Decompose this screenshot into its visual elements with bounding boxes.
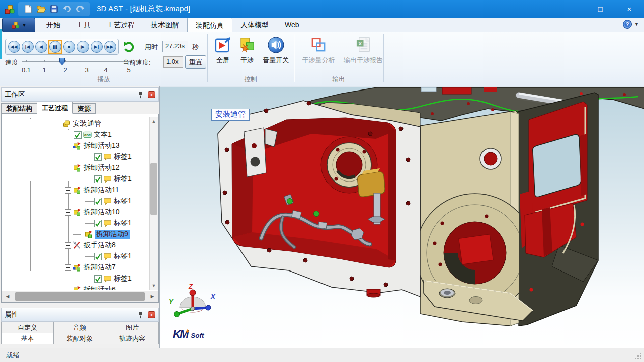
tree-item-label[interactable]: 标签1: [114, 274, 132, 283]
tree-item-label[interactable]: 标签1: [114, 174, 132, 184]
help-icon[interactable]: ?: [622, 19, 632, 29]
tree-row[interactable]: 拆卸活动6: [2, 284, 149, 290]
tree-row[interactable]: 扳手活动8: [2, 240, 149, 251]
step-back-button[interactable]: ◀: [34, 40, 48, 54]
ribbon-tab-开始[interactable]: 开始: [38, 18, 68, 32]
current-speed-field[interactable]: 1.0x: [163, 56, 183, 68]
rewind-button[interactable]: ◀◀: [7, 40, 21, 54]
skip-start-button[interactable]: |◀: [21, 40, 34, 54]
chevron-down-icon[interactable]: ▼: [634, 22, 639, 27]
properties-tab-基本[interactable]: 基本: [1, 333, 54, 344]
tree-row[interactable]: 安装通管: [2, 118, 149, 129]
tree-checkbox[interactable]: [94, 175, 102, 183]
tree-checkbox[interactable]: [94, 198, 102, 205]
ribbon-tab-人体模型[interactable]: 人体模型: [232, 18, 277, 32]
close-icon[interactable]: x: [148, 91, 155, 98]
maximize-button[interactable]: □: [586, 0, 615, 18]
ribbon-tab-工艺过程[interactable]: 工艺过程: [99, 18, 143, 32]
workspace-tab-资源[interactable]: 资源: [72, 103, 96, 114]
volume-toggle-button[interactable]: 音量开关: [259, 36, 293, 65]
tree-checkbox[interactable]: [94, 253, 102, 260]
properties-tab-音频[interactable]: 音频: [53, 322, 106, 333]
workspace-tab-工艺过程[interactable]: 工艺过程: [37, 102, 73, 114]
tree-item-label[interactable]: 标签1: [114, 197, 132, 206]
tree-item-label[interactable]: 扳手活动8: [84, 241, 116, 250]
properties-tab-图片[interactable]: 图片: [106, 322, 159, 333]
tree-expander[interactable]: [65, 242, 71, 249]
tree-row[interactable]: 标签1: [2, 251, 149, 262]
tree-vertical-scrollbar[interactable]: ▲ ▼: [149, 117, 158, 290]
tree-row[interactable]: 拆卸活动11: [2, 185, 149, 196]
redo-button[interactable]: [73, 3, 87, 15]
tree-item-label[interactable]: 拆卸活动13: [84, 141, 120, 150]
resize-grip[interactable]: [635, 353, 642, 360]
ribbon-tab-工具[interactable]: 工具: [68, 18, 99, 32]
tree-checkbox[interactable]: [94, 275, 102, 283]
slider-track[interactable]: [22, 61, 132, 62]
tree-row[interactable]: 拆卸活动10: [2, 207, 149, 218]
tree-expander[interactable]: [65, 143, 71, 149]
fast-forward-button[interactable]: ▶▶: [103, 40, 117, 54]
tree-expander[interactable]: [39, 121, 45, 127]
skip-end-button[interactable]: ▶|: [90, 40, 103, 54]
tree-checkbox[interactable]: [94, 153, 102, 161]
save-button[interactable]: [47, 3, 60, 15]
tree-item-label[interactable]: 文本1: [94, 130, 112, 139]
tree-item-label[interactable]: 拆卸活动6: [84, 285, 116, 290]
pause-button[interactable]: ▮▮: [48, 40, 62, 54]
stop-button[interactable]: ■: [62, 40, 76, 54]
viewport-3d[interactable]: 安装通管 Z X Y KMSoft: [160, 86, 644, 348]
tree-item-label[interactable]: 拆卸活动9: [95, 230, 130, 239]
undo-button[interactable]: [60, 3, 73, 15]
tree-item-label[interactable]: 拆卸活动7: [84, 263, 116, 272]
workspace-tab-装配结构[interactable]: 装配结构: [1, 103, 37, 114]
ribbon-tab-Web[interactable]: Web: [277, 18, 307, 32]
tree-item-label[interactable]: 拆卸活动11: [84, 186, 119, 195]
tree-expander[interactable]: [65, 209, 71, 216]
interference-report-button[interactable]: X输出干涉报告: [341, 36, 385, 65]
tree-horizontal-scrollbar[interactable]: ◄ ►: [2, 291, 158, 302]
interference-button[interactable]: 干涉: [235, 36, 259, 65]
tree-row[interactable]: 标签1: [2, 151, 149, 162]
tree-row[interactable]: 拆卸活动13: [2, 140, 149, 151]
tree-item-label[interactable]: 拆卸活动10: [84, 208, 120, 217]
properties-tab-自定义[interactable]: 自定义: [1, 322, 54, 333]
loop-button[interactable]: [122, 40, 135, 53]
tree-checkbox[interactable]: [94, 220, 102, 227]
minimize-button[interactable]: –: [556, 0, 586, 18]
tree-row[interactable]: 标签1: [2, 218, 149, 229]
play-button[interactable]: ▶: [76, 40, 90, 54]
new-file-button[interactable]: [21, 3, 34, 15]
tree-row[interactable]: 标签1: [2, 273, 149, 284]
close-button[interactable]: ×: [615, 0, 644, 18]
ribbon-tab-技术图解[interactable]: 技术图解: [143, 18, 187, 32]
properties-tab-装配对象[interactable]: 装配对象: [53, 333, 106, 344]
tree-item-label[interactable]: 安装通管: [73, 119, 101, 128]
open-file-button[interactable]: [34, 3, 47, 15]
app-menu-button[interactable]: ▼: [2, 18, 35, 32]
tree-item-label[interactable]: 标签1: [114, 152, 132, 161]
tree-expander[interactable]: [65, 187, 71, 194]
slider-thumb[interactable]: [59, 58, 65, 65]
app-icon[interactable]: [4, 4, 15, 15]
fullscreen-button[interactable]: 全屏: [211, 36, 234, 65]
elapsed-time-field[interactable]: 27.23s: [162, 41, 188, 52]
tree-checkbox[interactable]: [74, 131, 82, 139]
tree-item-label[interactable]: 标签1: [114, 252, 132, 261]
ribbon-tab-装配仿真[interactable]: 装配仿真: [187, 18, 232, 32]
tree-row[interactable]: 标签1: [2, 173, 149, 185]
tree-expander[interactable]: [65, 287, 71, 291]
tree-expander[interactable]: [65, 264, 71, 271]
tree-item-label[interactable]: 拆卸活动12: [84, 163, 120, 172]
scroll-left-arrow[interactable]: ◄: [2, 291, 13, 302]
tree-row[interactable]: 拆卸活动12: [2, 162, 149, 173]
pin-icon[interactable]: [137, 91, 144, 99]
scroll-up-arrow[interactable]: ▲: [150, 117, 158, 126]
tree-row[interactable]: abc文本1: [2, 129, 149, 140]
scroll-down-arrow[interactable]: ▼: [150, 282, 158, 290]
scrollbar-thumb[interactable]: [15, 292, 145, 301]
interference-analysis-button[interactable]: 干涉量分析: [296, 36, 341, 65]
tree-row[interactable]: 标签1: [2, 196, 149, 207]
cad-model[interactable]: [160, 87, 644, 348]
tree-expander[interactable]: [65, 165, 71, 171]
